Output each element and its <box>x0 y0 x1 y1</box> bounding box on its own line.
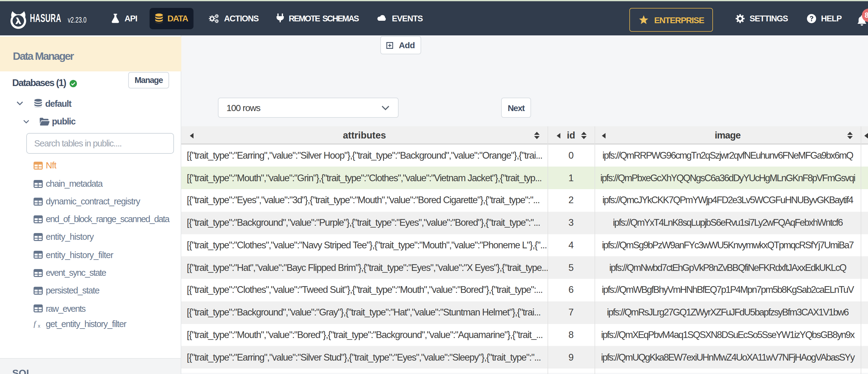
svg-text:x: x <box>38 323 40 328</box>
svg-text:f: f <box>34 320 37 328</box>
